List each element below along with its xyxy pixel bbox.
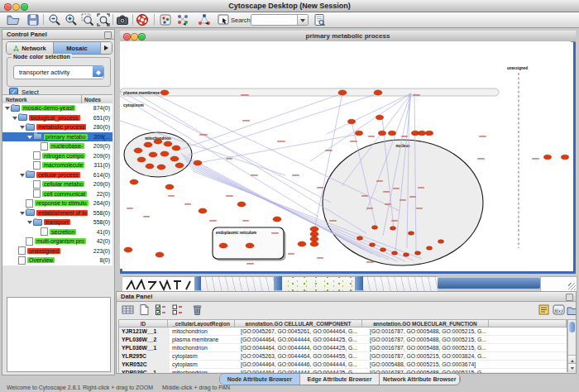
tree-item[interactable]: biological_process651(0)	[2, 113, 112, 123]
network-node[interactable]	[562, 155, 569, 160]
network-node[interactable]	[165, 184, 174, 189]
tree-item[interactable]: nitrogen compo209(0)	[2, 151, 112, 161]
network-edge[interactable]	[327, 93, 411, 134]
table-cell[interactable]: mitochondrion	[170, 327, 238, 335]
resize-grip-icon[interactable]	[568, 283, 576, 290]
tree-item[interactable]: mosaic-demo-yeast874(0)	[2, 103, 112, 113]
table-cell[interactable]: [GO:0016787, GO:0005488, GO:0005215, G..…	[367, 336, 495, 343]
table-cell[interactable]: [GO:0044464, GO:0044444, GO:0044425, G..…	[238, 344, 367, 351]
select-attributes-icon[interactable]	[155, 304, 167, 316]
network-node[interactable]	[412, 131, 419, 136]
layout-nodes-icon[interactable]	[176, 13, 189, 26]
tab-network[interactable]: Network	[7, 42, 54, 54]
tab-node-attribute-browser[interactable]: Node Attribute Browser	[220, 374, 300, 385]
minimized-window-5-titlebar[interactable]	[438, 278, 540, 289]
network-node[interactable]	[404, 253, 409, 256]
expand-triangle-icon[interactable]	[27, 219, 33, 225]
minimized-window-2-preview[interactable]	[201, 276, 274, 292]
network-node[interactable]	[356, 131, 363, 136]
import-attributes-icon[interactable]	[567, 304, 577, 316]
expand-triangle-icon[interactable]	[27, 134, 33, 140]
network-node[interactable]	[246, 243, 254, 248]
layout-edges-icon[interactable]	[198, 13, 211, 26]
table-scrollbar[interactable]	[567, 319, 577, 372]
table-cell[interactable]: YJR121W__1	[119, 327, 170, 335]
compartment-plasma-membrane[interactable]	[120, 88, 499, 96]
close-window-icon[interactable]	[4, 3, 12, 11]
table-cell[interactable]: [GO:0045263, GO:0044464, GO:0044455, G..…	[238, 352, 367, 360]
network-node[interactable]	[137, 157, 146, 162]
network-node[interactable]	[310, 241, 318, 246]
network-node[interactable]	[376, 115, 384, 120]
network-node[interactable]	[389, 131, 396, 136]
table-row[interactable]: YPL036W__1mitochondrion[GO:0044464, GO:0…	[119, 344, 567, 352]
network-canvas[interactable]: plasma membranecytoplasmmitochondrionnuc…	[120, 41, 571, 269]
scrollbar-thumb[interactable]	[569, 322, 575, 332]
network-overview-panel[interactable]	[7, 297, 111, 372]
network-node[interactable]	[146, 164, 154, 169]
table-cell[interactable]: [GO:0016787, GO:0005215, GO:0003824, G..…	[367, 352, 495, 360]
network-node[interactable]	[380, 248, 386, 251]
table-cell[interactable]: [GO:0016787, GO:0005488, GO:0005215, G..…	[367, 327, 495, 335]
network-node[interactable]	[237, 202, 246, 207]
minimize-network-icon[interactable]	[131, 33, 138, 41]
attribute-list-icon[interactable]	[538, 304, 550, 316]
tab-network-attribute-browser[interactable]: Network Attribute Browser	[380, 374, 460, 385]
network-node[interactable]	[372, 226, 378, 229]
network-node[interactable]	[438, 240, 444, 243]
network-node[interactable]	[357, 237, 363, 240]
table-cell[interactable]: YKR052C	[119, 361, 170, 368]
table-cell[interactable]: mitochondrion	[170, 344, 238, 351]
zoom-selected-region-icon[interactable]	[81, 13, 94, 26]
table-cell[interactable]: YPL036W__1	[119, 344, 170, 351]
save-icon[interactable]	[26, 13, 40, 26]
network-node[interactable]	[374, 90, 382, 95]
expand-triangle-icon[interactable]	[5, 105, 11, 111]
table-row[interactable]: YLR295Ccytoplasm[GO:0045263, GO:0044464,…	[119, 352, 567, 361]
network-node[interactable]	[154, 139, 162, 144]
minimized-window-1[interactable]	[122, 276, 194, 291]
network-node[interactable]	[130, 179, 138, 184]
network-node[interactable]	[370, 243, 376, 246]
expand-triangle-icon[interactable]	[20, 172, 26, 178]
network-node[interactable]	[298, 241, 306, 246]
network-node[interactable]	[409, 232, 414, 235]
network-edge[interactable]	[188, 93, 378, 155]
table-cell[interactable]: [GO:0044464, GO:0044444, GO:0044425, G..…	[238, 336, 367, 343]
network-edge[interactable]	[178, 93, 342, 151]
search-input[interactable]	[252, 15, 299, 23]
tree-item[interactable]: cellular metabo209(0)	[2, 179, 112, 189]
zoom-out-icon[interactable]	[48, 13, 61, 26]
more-tabs-icon[interactable]	[101, 42, 112, 54]
table-row[interactable]: YJR121W__1mitochondrion[GO:0045267, GO:0…	[119, 327, 567, 336]
column-header[interactable]: annotation.GO CELLULAR_COMPONENT	[235, 320, 362, 327]
table-cell[interactable]: YLR295C	[119, 352, 170, 360]
minimized-window-3-titlebar[interactable]	[274, 276, 282, 290]
vizmapper-icon[interactable]	[159, 13, 172, 26]
column-header[interactable]: annotation.GO MOLECULAR_FUNCTION	[362, 320, 489, 327]
expand-triangle-icon[interactable]	[12, 115, 18, 121]
network-node[interactable]	[392, 251, 398, 255]
network-node[interactable]	[310, 227, 318, 232]
network-node[interactable]	[199, 208, 207, 213]
tree-item[interactable]: macromolecule311(0)	[2, 160, 112, 170]
network-node[interactable]	[156, 252, 164, 257]
network-node[interactable]	[544, 155, 552, 160]
network-node[interactable]	[172, 146, 180, 151]
attribute-grid-icon[interactable]	[122, 304, 134, 316]
table-cell[interactable]: [GO:0044464, GO:0044446, GO:0044444, G..…	[238, 361, 367, 368]
zoom-fit-icon[interactable]	[97, 13, 110, 26]
float-data-panel-icon[interactable]	[566, 294, 573, 301]
function-builder-icon[interactable]: f(x)	[553, 304, 565, 316]
tree-item[interactable]: primary metabo209(...	[2, 132, 112, 142]
tree-item[interactable]: response to stimulu264(0)	[2, 198, 112, 208]
network-node[interactable]	[219, 243, 227, 248]
network-node[interactable]	[149, 152, 157, 157]
table-row[interactable]: YKR052Ccytoplasm[GO:0044464, GO:0044446,…	[119, 361, 567, 369]
zoom-in-icon[interactable]	[65, 13, 78, 26]
network-node[interactable]	[379, 131, 386, 136]
table-cell[interactable]: YDR039C__1	[119, 369, 170, 374]
network-node[interactable]	[273, 217, 281, 222]
tree-item[interactable]: nucleobase-209(0)	[2, 141, 112, 151]
zoom-window-icon[interactable]	[21, 3, 28, 11]
